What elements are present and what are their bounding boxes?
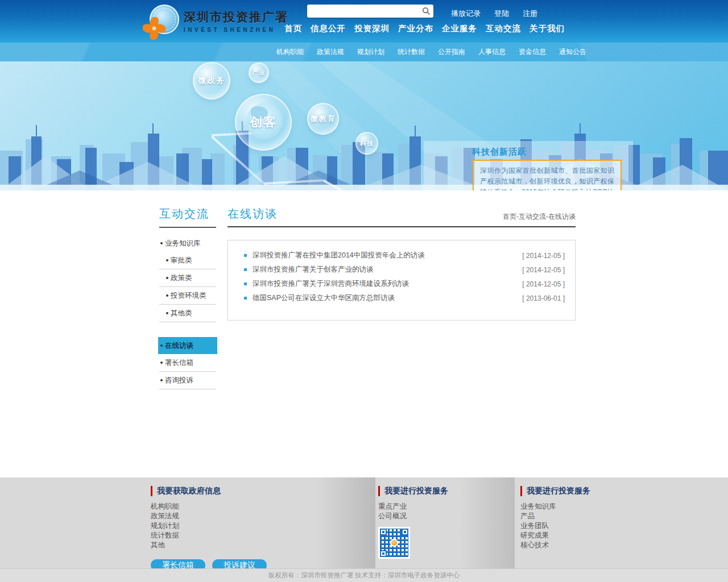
interview-date: [ 2014-12-05 ] <box>522 280 565 288</box>
footer-link-other[interactable]: 其他 <box>151 541 310 550</box>
bullet-icon <box>160 242 163 244</box>
link-register[interactable]: 注册 <box>523 9 537 19</box>
qr-finder-icon <box>380 550 387 557</box>
bullet-icon <box>160 344 163 347</box>
sidebar-list: 业务知识库 审批类 政策类 投资环境类 其他类 在线访谈 <box>159 235 216 389</box>
content-area: 互动交流 业务知识库 审批类 政策类 投资环境类 其他类 <box>0 190 728 477</box>
bullet-square-icon <box>244 297 247 300</box>
footer: 我要获取政府信息 机构职能 政策法规 规划计划 统计数据 其他 署长信箱 投诉建… <box>0 477 728 568</box>
logo[interactable]: 深圳市投资推广署 INVEST SHENZHEN <box>145 5 288 38</box>
footer-link-knowledge-base[interactable]: 业务知识库 <box>520 502 623 512</box>
footer-col-invest-services: 我要进行投资服务 重点产业 公司概况 <box>378 486 481 559</box>
main-column: 在线访谈 首页-互动交流-在线访谈 深圳投资推广署在投中集团2014中国投资年会… <box>228 206 576 321</box>
main-header: 在线访谈 首页-互动交流-在线访谈 <box>228 206 576 227</box>
footer-link-policies[interactable]: 政策法规 <box>151 512 310 521</box>
sidebar-item-consult-complaint[interactable]: 咨询投诉 <box>159 372 216 389</box>
footer-links: 重点产业 公司概况 <box>378 502 481 521</box>
search-box <box>307 5 433 18</box>
bullet-icon <box>160 379 163 381</box>
footer-link-company-profile[interactable]: 公司概况 <box>378 512 481 521</box>
interview-list: 深圳投资推广署在投中集团2014中国投资年会上的访谈 [ 2014-12-05 … <box>228 240 576 321</box>
sidebar-item-approval[interactable]: 审批类 <box>159 252 216 269</box>
footer-link-products[interactable]: 产品 <box>520 512 623 521</box>
sidebar-item-online-interview[interactable]: 在线访谈 <box>158 337 217 354</box>
footer-col-government-info: 我要获取政府信息 机构职能 政策法规 规划计划 统计数据 其他 署长信箱 投诉建… <box>151 486 310 571</box>
nav-enterprise-services[interactable]: 企业服务 <box>442 23 477 34</box>
bubble-maker[interactable]: 创客 <box>235 94 292 151</box>
footer-link-statistics[interactable]: 统计数据 <box>151 531 310 541</box>
link-play-history[interactable]: 播放记录 <box>451 9 481 19</box>
search-input[interactable] <box>307 5 419 18</box>
nav-info-disclosure[interactable]: 信息公开 <box>311 23 346 34</box>
main-nav: 首页 信息公开 投资深圳 产业分布 企业服务 互动交流 关于我们 <box>284 23 565 34</box>
interview-date: [ 2013-06-01 ] <box>522 294 565 302</box>
link-login[interactable]: 登陆 <box>494 9 509 19</box>
subnav-items: 机构职能 政策法规 规划计划 统计数据 公开指南 人事信息 资金信息 通知公告 <box>276 47 586 57</box>
list-item: 深圳市投资推广署关于深圳营商环境建设系列访谈 [ 2014-12-05 ] <box>244 277 565 291</box>
subnav-statistics[interactable]: 统计数据 <box>398 47 425 57</box>
bullet-icon <box>166 259 168 261</box>
interview-link[interactable]: 深圳市投资推广署关于创客产业的访谈 <box>253 265 522 275</box>
site-subtitle: INVEST SHENZHEN <box>184 27 288 33</box>
bullet-icon <box>166 277 168 279</box>
sidebar-item-director-mailbox[interactable]: 署长信箱 <box>159 354 216 372</box>
nav-about-us[interactable]: 关于我们 <box>530 23 565 34</box>
nav-invest-shenzhen[interactable]: 投资深圳 <box>354 23 390 34</box>
hero-info-panel: 科技创新活跃 深圳作为国家首批创新城市、首批国家知识产权示范城市，创新环境优良，… <box>424 141 633 190</box>
copyright-bar: 版权所有：深圳市投资推广署 技术支持：深圳市电子政务资源中心 <box>0 568 728 582</box>
bullet-icon <box>166 312 168 314</box>
sidebar-item-investment-env[interactable]: 投资环境类 <box>159 287 216 305</box>
footer-link-team[interactable]: 业务团队 <box>520 521 623 531</box>
bullet-square-icon <box>244 282 247 285</box>
subnav-personnel[interactable]: 人事信息 <box>478 47 506 57</box>
interview-link[interactable]: 德国SAP公司在深设立大中华区南方总部访谈 <box>253 293 522 303</box>
subnav-planning[interactable]: 规划计划 <box>357 47 384 57</box>
subnav-notices[interactable]: 通知公告 <box>559 47 586 57</box>
hero-text-box: 深圳作为国家首批创新城市、首批国家知识产权示范城市，创新环境优良，知识产权保护体… <box>473 160 622 190</box>
footer-link-core-tech[interactable]: 核心技术 <box>520 541 623 550</box>
subnav-disclosure-guide[interactable]: 公开指南 <box>438 47 465 57</box>
interview-date: [ 2014-12-05 ] <box>522 252 565 260</box>
nav-home[interactable]: 首页 <box>284 23 302 34</box>
footer-link-agency-functions[interactable]: 机构职能 <box>151 502 310 512</box>
subnav-agency-functions[interactable]: 机构职能 <box>276 47 304 57</box>
interview-link[interactable]: 深圳投资推广署在投中集团2014中国投资年会上的访谈 <box>253 251 522 260</box>
sidebar: 互动交流 业务知识库 审批类 政策类 投资环境类 其他类 <box>159 206 216 389</box>
qr-finder-icon <box>380 529 387 535</box>
nav-interaction[interactable]: 互动交流 <box>486 23 521 34</box>
footer-col-title: 我要进行投资服务 <box>520 486 623 496</box>
bubble-micro-education[interactable]: 微教育 <box>307 103 339 135</box>
bubble-micro-government[interactable]: 微政务 <box>193 62 230 99</box>
footer-link-planning[interactable]: 规划计划 <box>151 521 310 531</box>
bubble-technology[interactable]: 科技 <box>355 132 378 155</box>
footer-link-research[interactable]: 研究成果 <box>520 531 623 541</box>
sidebar-item-other[interactable]: 其他类 <box>159 305 216 322</box>
logo-text: 深圳市投资推广署 INVEST SHENZHEN <box>184 9 288 33</box>
footer-link-key-industries[interactable]: 重点产业 <box>378 502 481 512</box>
interview-date: [ 2014-12-05 ] <box>522 266 565 274</box>
sidebar-spacer <box>159 322 216 337</box>
breadcrumb[interactable]: 首页-互动交流-在线访谈 <box>503 212 576 222</box>
sidebar-item-knowledge-base[interactable]: 业务知识库 <box>159 235 216 252</box>
hero-paragraph: 深圳作为国家首批创新城市、首批国家知识产权示范城市，创新环境优良，知识产权保护体… <box>480 165 614 190</box>
list-item: 深圳市投资推广署关于创客产业的访谈 [ 2014-12-05 ] <box>244 263 565 277</box>
subnav-funding[interactable]: 资金信息 <box>519 47 546 57</box>
nav-industry-distribution[interactable]: 产业分布 <box>398 23 433 34</box>
bubble-industry[interactable]: 产业 <box>249 63 269 83</box>
header: 深圳市投资推广署 INVEST SHENZHEN 播放记录 登陆 注册 首页 信… <box>0 0 728 43</box>
sidebar-item-policy[interactable]: 政策类 <box>159 269 216 287</box>
footer-links: 机构职能 政策法规 规划计划 统计数据 其他 <box>151 502 310 550</box>
sidebar-title: 互动交流 <box>159 206 216 228</box>
site-title: 深圳市投资推广署 <box>184 9 288 25</box>
page: 深圳市投资推广署 INVEST SHENZHEN 播放记录 登陆 注册 首页 信… <box>0 0 728 582</box>
bullet-icon <box>166 294 168 297</box>
interview-link[interactable]: 深圳市投资推广署关于深圳营商环境建设系列访谈 <box>253 279 522 289</box>
qr-center-logo-icon <box>390 539 398 547</box>
search-button[interactable] <box>419 5 433 18</box>
subnav-policies[interactable]: 政策法规 <box>317 47 344 57</box>
top-links: 播放记录 登陆 注册 <box>451 9 537 19</box>
qr-finder-icon <box>402 529 408 535</box>
page-title: 在线访谈 <box>228 206 278 222</box>
qr-pattern <box>380 529 408 557</box>
bullet-icon <box>160 361 163 364</box>
